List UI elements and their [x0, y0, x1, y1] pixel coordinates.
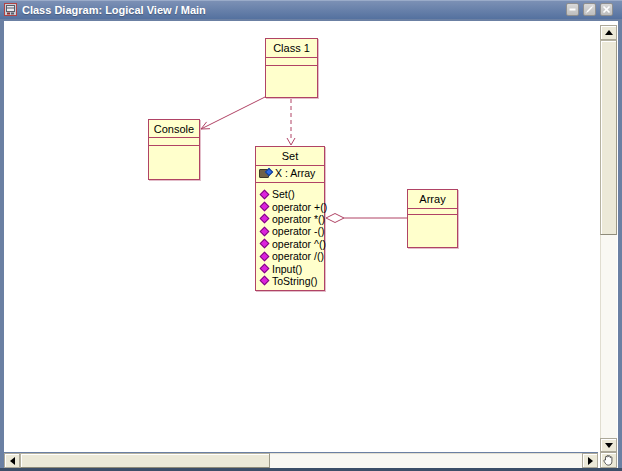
horizontal-scroll-thumb[interactable]	[20, 453, 270, 468]
operation-row[interactable]: operator -()	[256, 225, 324, 237]
class-name: Set	[256, 147, 324, 165]
association-class1-console[interactable]	[201, 97, 265, 129]
class-box-console[interactable]: Console	[148, 119, 200, 180]
title-bar[interactable]: Class Diagram: Logical View / Main	[0, 0, 622, 19]
window-title: Class Diagram: Logical View / Main	[22, 4, 206, 16]
public-operation-icon	[260, 202, 270, 212]
operations-compartment	[266, 65, 317, 97]
attribute-row[interactable]: X : Array	[256, 167, 324, 179]
operation-row[interactable]: operator /()	[256, 250, 324, 262]
public-operation-icon	[260, 239, 270, 249]
public-operation-icon	[260, 189, 270, 199]
left-arrow-icon	[10, 457, 15, 465]
scroll-up-button[interactable]	[600, 25, 617, 40]
operation-row[interactable]: ToString()	[256, 275, 324, 287]
attributes-compartment: X : Array	[256, 165, 324, 182]
scroll-left-button[interactable]	[4, 453, 20, 468]
operation-row[interactable]: operator *()	[256, 213, 324, 225]
down-arrow-icon	[605, 443, 613, 448]
hand-pan-icon	[603, 454, 614, 466]
restore-button[interactable]	[583, 3, 596, 16]
attributes-compartment	[266, 57, 317, 65]
operation-label: operator /()	[272, 250, 324, 262]
attributes-compartment	[149, 137, 199, 145]
operation-label: operator *()	[272, 213, 325, 225]
window-controls	[566, 3, 613, 16]
public-operation-icon	[260, 251, 270, 261]
dependency-class1-set[interactable]	[287, 99, 295, 145]
public-operation-icon	[260, 276, 270, 286]
operation-label: operator -()	[272, 225, 325, 237]
operation-label: operator ^()	[272, 238, 326, 250]
operation-row[interactable]: Set()	[256, 188, 324, 200]
aggregation-set-array[interactable]	[326, 214, 407, 223]
operations-compartment: Set() operator +() operator *()	[256, 182, 324, 289]
operation-label: Input()	[272, 263, 302, 275]
pan-corner-button[interactable]	[600, 452, 617, 468]
class-diagram-icon	[4, 3, 17, 16]
class-name: Class 1	[266, 39, 317, 57]
restore-icon	[585, 5, 594, 14]
public-operation-icon	[260, 214, 270, 224]
class-box-class1[interactable]: Class 1	[265, 38, 318, 98]
operation-row[interactable]: operator +()	[256, 200, 324, 212]
operation-label: Set()	[272, 188, 295, 200]
operation-row[interactable]: operator ^()	[256, 238, 324, 250]
attribute-label: X : Array	[275, 167, 315, 179]
operations-compartment	[149, 145, 199, 179]
operation-row[interactable]: Input()	[256, 262, 324, 274]
class-diagram-window: Class Diagram: Logical View / Main	[0, 0, 622, 471]
class-box-set[interactable]: Set X : Array Set() operator +()	[255, 146, 325, 291]
public-operation-icon	[260, 226, 270, 236]
class-box-array[interactable]: Array	[407, 189, 458, 248]
class-name: Array	[408, 190, 457, 208]
minimize-icon	[568, 5, 577, 14]
operations-compartment	[408, 214, 457, 247]
close-button[interactable]	[600, 3, 613, 16]
diagram-canvas[interactable]: Class 1 Console Set X : Array	[4, 21, 598, 452]
attribute-icon	[259, 168, 273, 179]
public-operation-icon	[260, 264, 270, 274]
scroll-down-button[interactable]	[600, 438, 617, 452]
close-icon	[602, 5, 611, 14]
operation-label: ToString()	[272, 275, 318, 287]
right-arrow-icon	[588, 457, 593, 465]
vertical-scroll-thumb[interactable]	[600, 40, 617, 235]
scroll-right-button[interactable]	[582, 453, 598, 468]
operation-label: operator +()	[272, 201, 327, 213]
class-name: Console	[149, 120, 199, 137]
minimize-button[interactable]	[566, 3, 579, 16]
up-arrow-icon	[605, 30, 613, 35]
